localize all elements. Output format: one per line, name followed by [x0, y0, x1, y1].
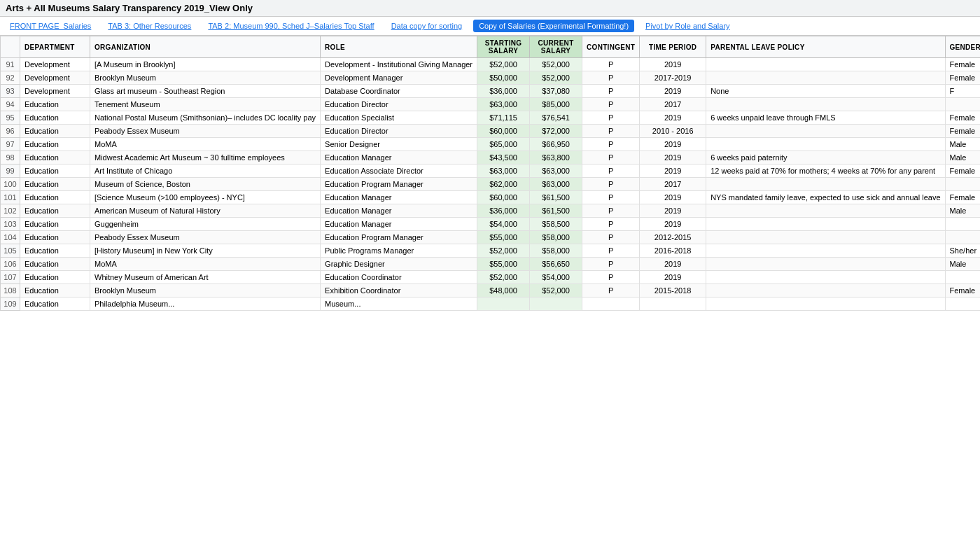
row-number: 109: [1, 298, 20, 311]
tab-tab2[interactable]: TAB 2: Museum 990, Sched J–Salaries Top …: [202, 20, 379, 32]
cell-dept: Education: [20, 164, 90, 178]
table-row[interactable]: 100EducationMuseum of Science, BostonEdu…: [1, 178, 981, 191]
column-headers: DEPARTMENT ORGANIZATION ROLE STARTINGSAL…: [1, 36, 981, 58]
cell-dept: Education: [20, 231, 90, 244]
cell-start-salary: $52,000: [477, 271, 530, 284]
cell-curr-salary: $63,000: [530, 178, 582, 191]
cell-role: Education Manager: [321, 204, 477, 218]
row-number: 94: [1, 98, 20, 111]
cell-parental-leave: 12 weeks paid at 70% for mothers; 4 week…: [706, 164, 945, 178]
tab-pivot[interactable]: Pivot by Role and Salary: [640, 20, 735, 32]
cell-curr-salary: $37,080: [530, 85, 582, 98]
table-row[interactable]: 94EducationTenement MuseumEducation Dire…: [1, 98, 981, 111]
cell-org: [A Museum in Brooklyn]: [90, 58, 321, 71]
cell-role: Education Director: [321, 98, 477, 111]
cell-contingent: P: [582, 271, 640, 284]
cell-dept: Education: [20, 258, 90, 271]
cell-role: Exhibition Coordinator: [321, 284, 477, 298]
tab-front[interactable]: FRONT PAGE_Salaries: [4, 20, 97, 32]
cell-time-period: 2019: [640, 204, 706, 218]
cell-time-period: 2019: [640, 111, 706, 125]
cell-dept: Education: [20, 284, 90, 298]
cell-dept: Development: [20, 71, 90, 85]
cell-start-salary: $60,000: [477, 191, 530, 204]
row-number: 101: [1, 191, 20, 204]
cell-contingent: P: [582, 178, 640, 191]
tab-datacopy[interactable]: Data copy for sorting: [386, 20, 468, 32]
col-header-gender: GENDER: [945, 36, 980, 58]
cell-time-period: 2016-2018: [640, 244, 706, 258]
cell-parental-leave: [706, 258, 945, 271]
cell-parental-leave: [706, 231, 945, 244]
cell-parental-leave: [706, 218, 945, 231]
cell-start-salary: $48,000: [477, 284, 530, 298]
spreadsheet[interactable]: DEPARTMENT ORGANIZATION ROLE STARTINGSAL…: [0, 36, 980, 311]
cell-gender: Female: [945, 125, 980, 138]
cell-parental-leave: [706, 178, 945, 191]
cell-time-period: 2010 - 2016: [640, 125, 706, 138]
cell-org: Guggenheim: [90, 218, 321, 231]
table-row[interactable]: 92DevelopmentBrooklyn MuseumDevelopment …: [1, 71, 981, 85]
table-row[interactable]: 105Education[History Museum] in New York…: [1, 244, 981, 258]
row-number: 99: [1, 164, 20, 178]
table-row[interactable]: 108EducationBrooklyn MuseumExhibition Co…: [1, 284, 981, 298]
cell-org: MoMA: [90, 138, 321, 151]
cell-gender: F: [945, 85, 980, 98]
table-row[interactable]: 102EducationAmerican Museum of Natural H…: [1, 204, 981, 218]
row-number: 92: [1, 71, 20, 85]
table-row[interactable]: 104EducationPeabody Essex MuseumEducatio…: [1, 231, 981, 244]
cell-curr-salary: $56,650: [530, 258, 582, 271]
cell-contingent: P: [582, 204, 640, 218]
cell-gender: Female: [945, 71, 980, 85]
table-row[interactable]: 91Development[A Museum in Brooklyn]Devel…: [1, 58, 981, 71]
table-row[interactable]: 107EducationWhitney Museum of American A…: [1, 271, 981, 284]
cell-dept: Development: [20, 58, 90, 71]
cell-contingent: P: [582, 85, 640, 98]
cell-contingent: P: [582, 71, 640, 85]
spreadsheet-title: Arts + All Museums Salary Transparency 2…: [6, 3, 253, 13]
cell-role: Education Associate Director: [321, 164, 477, 178]
cell-gender: [945, 298, 980, 311]
cell-org: Peabody Essex Museum: [90, 231, 321, 244]
table-row[interactable]: 99EducationArt Institute of ChicagoEduca…: [1, 164, 981, 178]
cell-parental-leave: [706, 138, 945, 151]
cell-parental-leave: [706, 58, 945, 71]
cell-contingent: [582, 298, 640, 311]
cell-parental-leave: [706, 284, 945, 298]
cell-curr-salary: $58,000: [530, 244, 582, 258]
table-row[interactable]: 93DevelopmentGlass art museum - Southeas…: [1, 85, 981, 98]
cell-time-period: 2019: [640, 271, 706, 284]
table-row[interactable]: 103EducationGuggenheimEducation Manager$…: [1, 218, 981, 231]
cell-gender: [945, 231, 980, 244]
cell-dept: Education: [20, 111, 90, 125]
cell-gender: Female: [945, 58, 980, 71]
cell-contingent: P: [582, 58, 640, 71]
cell-role: Education Program Manager: [321, 231, 477, 244]
cell-role: Education Manager: [321, 151, 477, 164]
cell-curr-salary: [530, 298, 582, 311]
row-number: 103: [1, 218, 20, 231]
cell-role: Museum...: [321, 298, 477, 311]
cell-role: Education Manager: [321, 218, 477, 231]
table-row[interactable]: 101Education[Science Museum (>100 employ…: [1, 191, 981, 204]
table-row[interactable]: 109EducationPhiladelphia Museum...Museum…: [1, 298, 981, 311]
cell-curr-salary: $54,000: [530, 271, 582, 284]
cell-contingent: P: [582, 151, 640, 164]
table-row[interactable]: 96EducationPeabody Essex MuseumEducation…: [1, 125, 981, 138]
cell-start-salary: $65,000: [477, 138, 530, 151]
cell-parental-leave: [706, 98, 945, 111]
row-number: 97: [1, 138, 20, 151]
cell-gender: She/her: [945, 244, 980, 258]
table-row[interactable]: 98EducationMidwest Academic Art Museum ~…: [1, 151, 981, 164]
table-row[interactable]: 95EducationNational Postal Museum (Smith…: [1, 111, 981, 125]
tab-copysalaries[interactable]: Copy of Salaries (Experimental Formattin…: [473, 20, 634, 32]
cell-org: National Postal Museum (Smithsonian)– in…: [90, 111, 321, 125]
cell-org: Peabody Essex Museum: [90, 125, 321, 138]
row-number: 108: [1, 284, 20, 298]
cell-org: Glass art museum - Southeast Region: [90, 85, 321, 98]
cell-curr-salary: $66,950: [530, 138, 582, 151]
table-row[interactable]: 97EducationMoMASenior Designer$65,000$66…: [1, 138, 981, 151]
tab-tab3[interactable]: TAB 3: Other Resources: [102, 20, 197, 32]
cell-role: Database Coordinator: [321, 85, 477, 98]
table-row[interactable]: 106EducationMoMAGraphic Designer$55,000$…: [1, 258, 981, 271]
